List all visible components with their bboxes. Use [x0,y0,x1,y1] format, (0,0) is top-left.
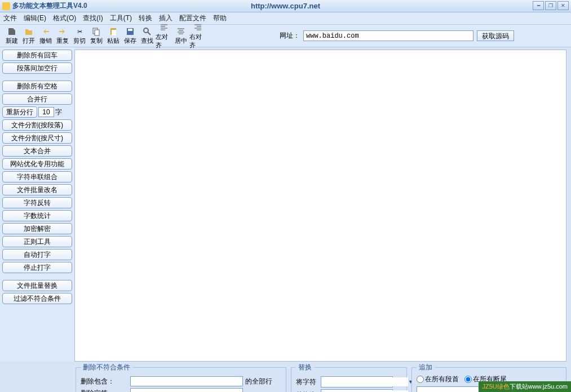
tool-save-label: 保存 [124,37,136,45]
tool-align-right[interactable]: 右对齐 [189,23,206,50]
window-controls: ━ ❐ ✕ [533,1,569,10]
main-area: 删除所有回车 段落间加空行 删除所有空格 合并行 重新分行 字 文件分割(按段落… [0,47,571,362]
del-char-input[interactable] [130,388,243,392]
app-title: 多功能文本整理工具V4.0 [12,1,87,11]
tool-open-label: 打开 [23,37,35,45]
replace-from-input[interactable] [321,377,408,386]
tool-alignc-label: 居中 [175,37,187,45]
append-legend: 追加 [417,363,435,372]
menu-config[interactable]: 配置文件 [179,14,206,23]
tool-redo-label: 重复 [56,37,69,45]
svg-rect-2 [95,30,99,35]
btn-resplit[interactable]: 重新分行 [2,106,37,118]
app-icon [2,2,10,10]
cut-icon: ✂ [74,26,85,37]
url-label: 网址： [280,31,300,41]
tool-open[interactable]: 打开 [20,26,37,45]
btn-crypto[interactable]: 加密解密 [2,223,72,234]
resplit-input[interactable] [38,107,54,117]
watermark-white: 下载站www.jz5u.com [510,383,568,390]
delete-panel: 删除不符合条件 删除包含： 的全部行 删除字符： 删除两者中间： --- 并 替… [76,363,286,392]
menu-format[interactable]: 格式(O) [53,14,76,23]
tool-paste[interactable]: 粘贴 [105,26,122,45]
menu-insert[interactable]: 插入 [159,14,172,23]
svg-point-7 [144,28,148,33]
replace-to-label: 替换为 [296,390,318,393]
delete-legend: 删除不符合条件 [81,363,132,372]
replace-legend: 替换 [296,363,314,372]
radio-tail-input[interactable] [464,376,472,383]
btn-auto-type[interactable]: 自动打字 [2,249,72,260]
tool-find-label: 查找 [141,37,153,45]
tool-align-center[interactable]: 居中 [172,26,189,45]
tool-cut-label: 剪切 [73,37,86,45]
tool-cut[interactable]: ✂剪切 [71,26,88,45]
btn-para-blank[interactable]: 段落间加空行 [2,63,72,74]
tool-copy-label: 复制 [90,37,103,45]
btn-str-serial[interactable]: 字符串联组合 [2,171,72,182]
menu-convert[interactable]: 转换 [139,14,152,23]
replace-from-combo[interactable]: ▼ [321,376,393,387]
btn-del-all-cr[interactable]: 删除所有回车 [2,50,72,61]
tool-alignl-label: 左对齐 [156,33,172,50]
minimize-button[interactable]: ━ [533,1,544,10]
maximize-button[interactable]: ❐ [545,1,556,10]
open-icon [24,26,34,37]
btn-batch-rename[interactable]: 文件批量改名 [2,184,72,195]
tool-undo-label: 撤销 [39,37,52,45]
menu-bar: 文件 编辑(E) 格式(O) 查找(I) 工具(T) 转换 插入 配置文件 帮助 [0,12,571,25]
menu-file[interactable]: 文件 [3,14,17,23]
align-right-icon [193,23,203,33]
resplit-unit: 字 [55,108,62,117]
svg-line-8 [148,32,151,35]
radio-head-input[interactable] [417,376,424,383]
url-input[interactable] [303,30,473,41]
tool-paste-label: 粘贴 [107,37,119,45]
replace-from-label: 将字符 [296,377,318,387]
align-center-icon [176,26,186,37]
tool-align-left[interactable]: 左对齐 [156,23,172,50]
btn-del-all-space[interactable]: 删除所有空格 [2,81,72,92]
btn-stop-type[interactable]: 停止打字 [2,262,72,273]
sidebar: 删除所有回车 段落间加空行 删除所有空格 合并行 重新分行 字 文件分割(按段落… [0,47,74,362]
tool-undo[interactable]: 撤销 [37,26,54,45]
menu-tools[interactable]: 工具(T) [110,14,132,23]
save-icon [125,26,135,37]
btn-word-count[interactable]: 字数统计 [2,210,72,221]
new-icon [7,26,17,37]
align-left-icon [159,23,169,33]
close-button[interactable]: ✕ [557,1,569,10]
btn-file-split-para[interactable]: 文件分割(按段落) [2,119,72,131]
find-icon [142,26,152,37]
tool-find[interactable]: 查找 [139,26,156,45]
text-editor[interactable] [74,50,566,362]
del-contains-suffix: 的全部行 [245,377,272,386]
btn-filter-nomatch[interactable]: 过滤不符合条件 [2,293,72,304]
menu-edit[interactable]: 编辑(E) [24,14,46,23]
menu-help[interactable]: 帮助 [213,14,227,23]
tool-redo[interactable]: 重复 [54,26,71,45]
btn-str-reverse[interactable]: 字符反转 [2,197,72,208]
btn-text-merge[interactable]: 文本合并 [2,145,72,157]
btn-batch-replace[interactable]: 文件批量替换 [2,280,72,291]
copy-icon [91,26,101,37]
replace-to-combo[interactable]: ▼ [321,389,393,392]
tool-new[interactable]: 新建 [3,26,20,45]
btn-file-split-size[interactable]: 文件分割(按尺寸) [2,132,72,144]
replace-panel: 替换 将字符 ▼ 替换为 ▼ 高级替换 替换表 执行操作 [291,363,407,392]
del-char-label: 删除字符： [81,389,128,393]
svg-rect-6 [128,29,132,31]
undo-icon [41,26,51,37]
watermark-green: JZ5U绿色 [482,383,509,390]
menu-find[interactable]: 查找(I) [83,14,103,23]
tool-save[interactable]: 保存 [122,26,139,45]
btn-regex[interactable]: 正则工具 [2,236,72,247]
radio-head[interactable]: 在所有段首 [417,375,459,384]
get-source-button[interactable]: 获取源码 [477,30,514,41]
title-url: http://www.cpu7.net [251,2,320,10]
btn-seo-func[interactable]: 网站优化专用功能 [2,158,72,170]
tool-new-label: 新建 [6,37,18,45]
tool-copy[interactable]: 复制 [88,26,105,45]
btn-merge-line[interactable]: 合并行 [2,93,72,105]
del-contains-input[interactable] [130,376,243,386]
